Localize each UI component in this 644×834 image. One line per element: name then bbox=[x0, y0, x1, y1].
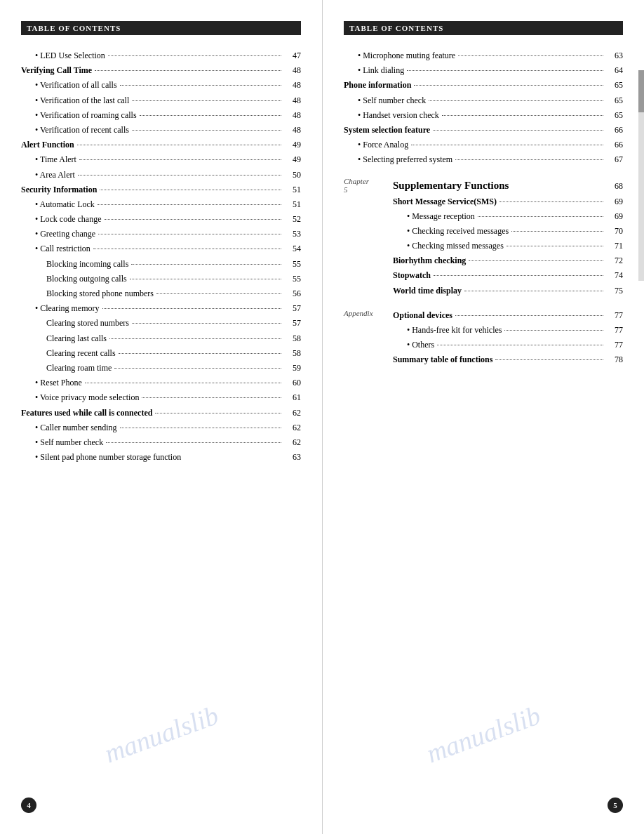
toc-page-number: 69 bbox=[606, 195, 623, 208]
toc-item-label: Biorhythm checking bbox=[393, 254, 466, 267]
toc-dots bbox=[156, 293, 281, 294]
toc-item: • Link dialing64 bbox=[344, 64, 623, 77]
chapter-section: Chapter5Supplementary Functions68Short M… bbox=[344, 177, 623, 299]
toc-page-number: 63 bbox=[284, 451, 301, 464]
toc-item-label: Blocking outgoing calls bbox=[21, 272, 127, 286]
toc-item: • Voice privacy mode selection61 bbox=[21, 391, 301, 404]
toc-item: • LED Use Selection47 bbox=[21, 49, 301, 62]
toc-dots bbox=[85, 383, 281, 383]
toc-page-number: 74 bbox=[606, 269, 623, 282]
scrollbar-thumb[interactable] bbox=[638, 70, 644, 112]
toc-item: • Verification of the last call48 bbox=[21, 94, 301, 107]
toc-item-label: Stopwatch bbox=[393, 269, 431, 282]
toc-page-number: 57 bbox=[284, 302, 301, 315]
toc-page-number: 48 bbox=[284, 94, 301, 107]
toc-dots bbox=[411, 145, 603, 145]
toc-dots bbox=[511, 231, 603, 232]
toc-item-label: • Handset version check bbox=[344, 109, 439, 122]
appendix-content: Optional devices77• Hands-free kit for v… bbox=[393, 309, 623, 369]
toc-page-number: 60 bbox=[284, 376, 301, 390]
toc-dots bbox=[120, 428, 281, 428]
scrollbar[interactable] bbox=[638, 70, 644, 281]
toc-dots bbox=[132, 323, 281, 324]
toc-page-number: 49 bbox=[284, 153, 301, 166]
toc-dots bbox=[132, 100, 281, 101]
toc-item-label: • Voice privacy mode selection bbox=[21, 391, 139, 404]
toc-item: • Self number check62 bbox=[21, 436, 301, 449]
toc-dots bbox=[499, 201, 603, 202]
toc-item: Clearing last calls58 bbox=[21, 332, 301, 345]
toc-item-label: • Silent pad phone number storage functi… bbox=[21, 451, 181, 464]
toc-item-label: Optional devices bbox=[393, 309, 452, 322]
toc-item-label: • Area Alert bbox=[21, 168, 75, 182]
toc-item: • Verification of all calls48 bbox=[21, 79, 301, 92]
toc-item-label: Clearing last calls bbox=[21, 332, 107, 345]
toc-page-number: 57 bbox=[284, 317, 301, 330]
toc-dots bbox=[77, 145, 281, 145]
toc-page-number: 62 bbox=[284, 421, 301, 435]
toc-item: • Force Analog66 bbox=[344, 138, 623, 152]
toc-page-number: 65 bbox=[606, 79, 623, 92]
toc-dots bbox=[100, 190, 281, 190]
toc-page-number: 49 bbox=[284, 138, 301, 152]
toc-dots bbox=[434, 275, 603, 276]
toc-page-number: 75 bbox=[606, 284, 623, 298]
toc-item-label: Alert Function bbox=[21, 138, 74, 152]
toc-item-label: Clearing stored numbers bbox=[21, 317, 129, 330]
toc-item: • Caller number sending62 bbox=[21, 421, 301, 435]
toc-item: Alert Function49 bbox=[21, 138, 301, 152]
toc-item: • Time Alert49 bbox=[21, 153, 301, 166]
toc-item-label: • Greeting change bbox=[21, 227, 95, 241]
toc-item: • Selecting preferred system67 bbox=[344, 153, 623, 166]
toc-dots bbox=[108, 55, 281, 56]
toc-item-label: • Others bbox=[393, 338, 434, 352]
toc-page-number: 69 bbox=[606, 210, 623, 223]
toc-dots bbox=[429, 100, 603, 101]
toc-page-number: 48 bbox=[284, 109, 301, 122]
toc-page-number: 55 bbox=[284, 272, 301, 286]
toc-dots bbox=[495, 359, 603, 360]
toc-page-number: 48 bbox=[284, 64, 301, 77]
toc-item-label: Blocking stored phone numbers bbox=[21, 287, 154, 300]
toc-dots bbox=[79, 159, 281, 160]
toc-item-label: • Checking received messages bbox=[393, 225, 509, 238]
toc-dots bbox=[140, 115, 281, 116]
chapter-title-label: Supplementary Functions bbox=[393, 177, 509, 194]
toc-item: Blocking incoming calls55 bbox=[21, 258, 301, 271]
toc-dots bbox=[119, 353, 281, 354]
toc-dots bbox=[114, 368, 281, 369]
toc-item-label: Clearing roam time bbox=[21, 362, 112, 375]
toc-item: Verifying Call Time48 bbox=[21, 64, 301, 77]
toc-item: • Call restriction54 bbox=[21, 242, 301, 256]
toc-dots bbox=[132, 130, 281, 131]
toc-item: Summary table of functions78 bbox=[393, 353, 623, 366]
toc-item-label: • Clearing memory bbox=[21, 302, 100, 315]
toc-page-number: 77 bbox=[606, 309, 623, 322]
toc-item-label: Phone information bbox=[344, 79, 411, 92]
toc-item: Clearing roam time59 bbox=[21, 362, 301, 375]
toc-item-label: • Lock code change bbox=[21, 213, 102, 226]
toc-page-number: 65 bbox=[606, 94, 623, 107]
toc-item: • Silent pad phone number storage functi… bbox=[21, 451, 301, 464]
toc-dots bbox=[120, 85, 281, 86]
toc-item: • Verification of recent calls48 bbox=[21, 124, 301, 137]
toc-page-number: 51 bbox=[284, 198, 301, 211]
toc-dots bbox=[102, 308, 281, 309]
appendix-section: AppendixOptional devices77• Hands-free k… bbox=[344, 309, 623, 369]
toc-dots bbox=[414, 85, 603, 86]
toc-item-label: Features used while call is connected bbox=[21, 406, 152, 420]
toc-page-number: 66 bbox=[606, 124, 623, 137]
toc-item-label: • Message reception bbox=[393, 210, 475, 223]
right-toc-header: TABLE OF CONTENTS bbox=[344, 21, 623, 35]
chapter-title-page: 68 bbox=[606, 180, 623, 193]
toc-item: Blocking outgoing calls55 bbox=[21, 272, 301, 286]
toc-page-number: 48 bbox=[284, 124, 301, 137]
toc-page-number: 71 bbox=[606, 239, 623, 253]
toc-dots bbox=[131, 264, 281, 265]
toc-dots bbox=[142, 397, 281, 398]
toc-dots bbox=[455, 315, 603, 316]
toc-item: • Area Alert50 bbox=[21, 168, 301, 182]
appendix-block: AppendixOptional devices77• Hands-free k… bbox=[344, 309, 623, 369]
toc-page-number: 50 bbox=[284, 168, 301, 182]
toc-item-label: • Self number check bbox=[21, 436, 103, 449]
